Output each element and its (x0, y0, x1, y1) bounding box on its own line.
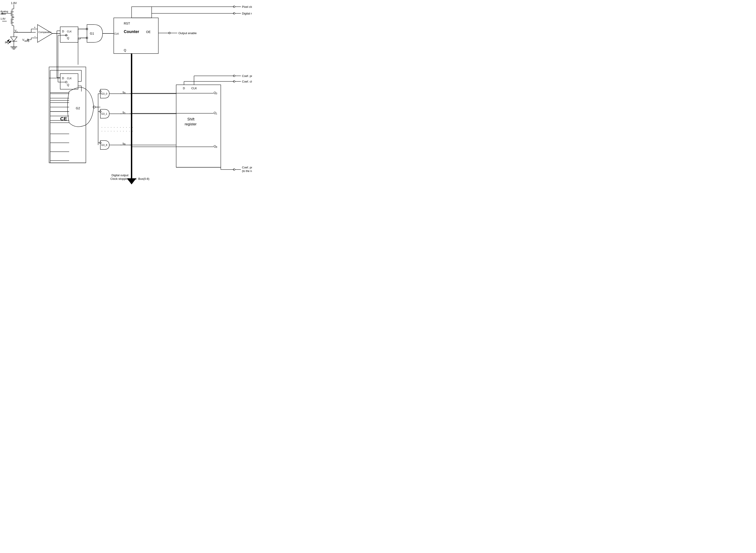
sr-clk-label: CLK (191, 87, 197, 90)
g1-label: G1 (90, 32, 94, 35)
d-ff-bot-d-label: D (62, 77, 64, 80)
plus-sign: + (34, 26, 36, 29)
pixel-clock-label: Pixel clock (242, 5, 252, 8)
clock-stopping-label: Clock stopping input (110, 177, 137, 180)
bus-label: Bus(0-8) (138, 177, 149, 180)
svg-marker-33 (37, 24, 53, 43)
shift-reg-label1: Shift (187, 117, 195, 121)
ellipsis-dots: · · · · · · · · · · · (101, 126, 134, 129)
coef-prog-out2-label: (to the next pixel) (242, 169, 252, 173)
svg-point-122 (131, 146, 132, 147)
d-ff-top-q-label: Q (67, 36, 69, 40)
oe-label: OE (146, 30, 151, 34)
coef-prog-out-label: Coef. prog. out (242, 166, 252, 169)
q0-label: Q0 (214, 91, 217, 95)
ce-label: CE (60, 116, 67, 122)
svg-point-90 (93, 106, 95, 108)
g3-0-label: G3_0 (101, 92, 107, 95)
sr-d-label: D (183, 87, 185, 90)
digital-output-label: Digital output (111, 173, 129, 177)
analog-reset-label2: reset (0, 12, 6, 15)
svg-point-46 (65, 81, 67, 83)
svg-rect-42 (60, 27, 78, 43)
ellipsis-dots2: · · · · · · · · · · · (101, 129, 134, 133)
g3-8-label: G3_8 (101, 144, 107, 146)
coef-prog-in-label: Coef. prog. in (242, 74, 252, 78)
svg-rect-45 (60, 74, 78, 89)
rst-label: RST (124, 22, 130, 25)
d-ff-bot-q-label: Q (67, 83, 69, 87)
minus-sign: − (34, 35, 36, 38)
counter-clk-label: CLK (114, 32, 119, 35)
shift-reg-label2: register (185, 122, 197, 126)
d-ff-top-clk-label: CLK (67, 30, 72, 33)
svg-marker-25 (10, 37, 17, 41)
voltage-1-8v-bottom-label: 1.8V (0, 17, 6, 20)
svg-rect-116 (176, 85, 221, 167)
digital-reset-label: Digital reset (242, 12, 252, 15)
coef-clock-label: Coef. clock (242, 80, 252, 83)
q1-label: Q1 (214, 111, 217, 115)
voltage-1-8v-top-label: 1.8V (11, 1, 17, 5)
g3-1-label: G3_1 (101, 112, 107, 115)
q8-label: Q8 (214, 145, 217, 148)
counter-q-label: Q (124, 49, 126, 52)
g2-label: G2 (76, 106, 80, 110)
comparator-label: Comparator (38, 31, 51, 33)
d-ff-bot-clk-label: CLK (67, 77, 72, 80)
counter-label: Counter (124, 29, 139, 34)
svg-rect-70 (114, 18, 158, 54)
circuit-diagram: 1.8V Analog reset 1.8V Vs Ph (0, 0, 252, 184)
d-ff-top-d-label: D (62, 30, 64, 33)
output-enable-label: Output enable (178, 31, 197, 35)
